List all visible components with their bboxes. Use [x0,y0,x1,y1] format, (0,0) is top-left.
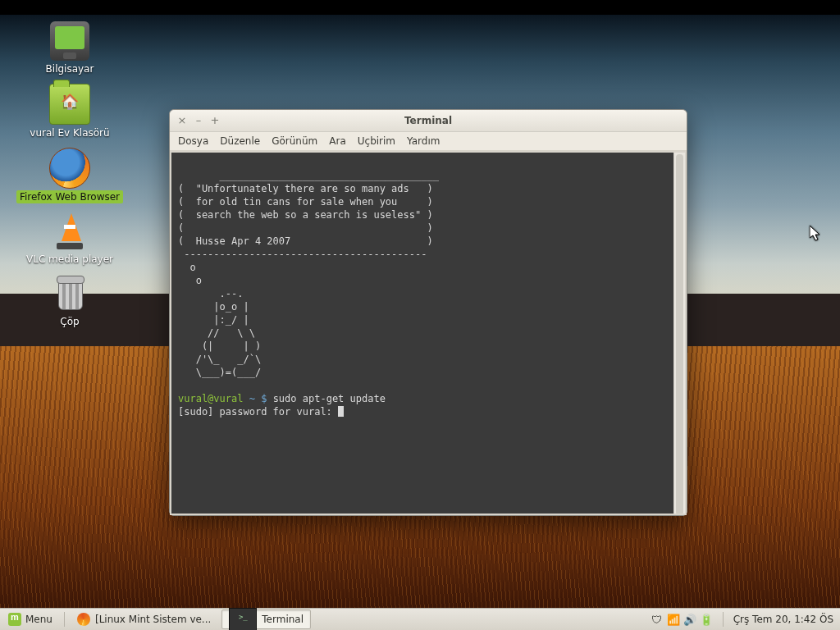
desktop-icon-firefox[interactable]: Firefox Web Browser [0,146,139,205]
menu-terminal[interactable]: Uçbirim [358,135,395,147]
computer-icon [50,21,89,61]
taskbar-item-firefox[interactable]: [Linux Mint Sistem ve... [70,609,218,629]
firefox-icon [49,148,90,189]
network-icon[interactable]: 📶 [667,613,680,626]
menubar: Dosya Düzenle Görünüm Ara Uçbirim Yardım [170,132,687,151]
terminal-icon [229,608,257,630]
desktop-icon-label: VLC media player [23,253,116,266]
desktop-icon-label: Firefox Web Browser [16,190,123,203]
desktop-icon-label: vural Ev Klasörü [26,126,112,139]
desktop-icon-label: Çöp [57,315,82,328]
task-label: Terminal [262,614,304,625]
menu-label: Menu [25,614,52,625]
window-title: Terminal [221,115,636,126]
desktop-icon-label: Bilgisayar [43,62,98,75]
bottom-panel: Menu [Linux Mint Sistem ve... Terminal 🛡… [0,608,840,630]
menu-help[interactable]: Yardım [407,135,440,147]
terminal-scrollbar[interactable] [673,153,685,514]
trash-icon [50,274,89,313]
terminal-output[interactable]: _____________________________________ ( … [171,153,685,514]
window-maximize-button[interactable]: + [209,115,221,126]
system-tray: 🛡 📶 🔊 🔋 [644,613,719,626]
shield-icon[interactable]: 🛡 [651,613,664,626]
menu-button[interactable]: Menu [0,609,61,630]
menu-search[interactable]: Ara [329,135,346,147]
desktop-icon-computer[interactable]: Bilgisayar [0,20,139,77]
top-black-bar [0,0,840,15]
desktop-icon-vlc[interactable]: VLC media player [0,210,139,267]
mint-logo-icon [8,613,21,626]
menu-view[interactable]: Görünüm [272,135,317,147]
window-minimize-button[interactable]: – [193,115,204,126]
panel-separator [64,612,65,627]
menu-edit[interactable]: Düzenle [220,135,260,147]
volume-icon[interactable]: 🔊 [683,613,696,626]
vlc-icon [50,212,89,251]
window-close-button[interactable]: × [176,115,188,126]
panel-clock[interactable]: Çrş Tem 20, 1:42 ÖS [727,614,840,625]
desktop-icon-home[interactable]: vural Ev Klasörü [0,82,139,141]
taskbar-item-terminal[interactable]: Terminal [221,609,311,629]
menu-file[interactable]: Dosya [178,135,208,147]
panel-separator [723,612,724,627]
home-folder-icon [49,84,90,125]
desktop-icons: Bilgisayar vural Ev Klasörü Firefox Web … [0,15,164,331]
task-label: [Linux Mint Sistem ve... [95,614,211,625]
terminal-motd: _____________________________________ ( … [178,170,439,378]
battery-icon[interactable]: 🔋 [700,613,713,626]
titlebar[interactable]: × – + Terminal [170,110,687,132]
desktop-icon-trash[interactable]: Çöp [0,272,139,330]
terminal-window[interactable]: × – + Terminal Dosya Düzenle Görünüm Ara… [169,109,687,516]
firefox-icon [77,613,90,626]
